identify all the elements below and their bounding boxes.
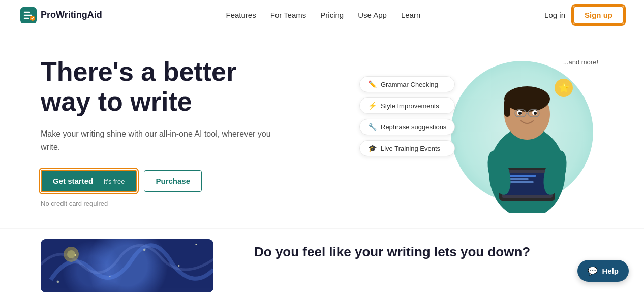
grammar-icon: ✏️ — [368, 80, 377, 88]
hero-left: There's a better way to write Make your … — [41, 57, 285, 208]
signup-button[interactable]: Sign up — [573, 6, 624, 24]
training-icon: 🎓 — [368, 144, 377, 152]
pill-grammar: ✏️ Grammar Checking — [359, 76, 455, 92]
hero-title: There's a better way to write — [41, 57, 285, 118]
get-started-button[interactable]: Get started — it's free — [41, 170, 137, 192]
svg-point-23 — [67, 250, 75, 258]
nav-pricing[interactable]: Pricing — [320, 11, 344, 19]
training-label: Live Training Events — [381, 145, 440, 152]
logo-icon — [20, 7, 37, 23]
lower-image-bg — [41, 239, 213, 292]
logo-text: ProWritingAid — [41, 10, 102, 20]
hero-illustration: ...and more! ⭐ ✏️ Grammar Checking ⚡ Sty… — [359, 51, 603, 213]
hero-section: There's a better way to write Make your … — [0, 30, 644, 228]
style-icon: ⚡ — [368, 102, 377, 110]
login-button[interactable]: Log in — [544, 11, 565, 19]
nav-actions: Log in Sign up — [544, 6, 624, 24]
get-started-suffix: — it's free — [95, 178, 125, 185]
svg-point-5 — [504, 86, 550, 112]
feature-pills: ✏️ Grammar Checking ⚡ Style Improvements… — [359, 76, 455, 156]
rephrase-label: Rephrase suggestions — [381, 123, 446, 131]
pill-style: ⚡ Style Improvements — [359, 97, 455, 114]
help-label: Help — [602, 267, 619, 275]
nav-links: Features For Teams Pricing Use App Learn — [226, 11, 421, 19]
navbar: ProWritingAid Features For Teams Pricing… — [0, 0, 644, 30]
svg-rect-17 — [506, 175, 536, 177]
chat-icon: 💬 — [588, 266, 598, 276]
nav-features[interactable]: Features — [226, 11, 256, 19]
hero-buttons: Get started — it's free Purchase — [41, 170, 285, 192]
lower-image — [41, 239, 213, 292]
svg-point-10 — [534, 112, 537, 115]
grammar-label: Grammar Checking — [381, 81, 438, 88]
style-label: Style Improvements — [381, 102, 439, 110]
lower-section: Do you feel like your writing lets you d… — [0, 228, 644, 297]
no-credit-text: No credit card required — [41, 200, 285, 207]
nav-use-app[interactable]: Use App — [358, 11, 387, 19]
logo[interactable]: ProWritingAid — [20, 7, 102, 23]
person-illustration — [461, 56, 593, 213]
help-button[interactable]: 💬 Help — [577, 260, 629, 282]
pill-training: 🎓 Live Training Events — [359, 140, 455, 156]
svg-point-9 — [518, 112, 522, 115]
lower-title: Do you feel like your writing lets you d… — [254, 244, 530, 260]
pill-rephrase: 🔧 Rephrase suggestions — [359, 119, 455, 135]
rephrase-icon: 🔧 — [368, 123, 377, 131]
hero-subtitle: Make your writing shine with our all-in-… — [41, 127, 285, 153]
lower-right: Do you feel like your writing lets you d… — [254, 239, 530, 260]
nav-learn[interactable]: Learn — [401, 11, 420, 19]
starry-night-svg — [41, 239, 213, 292]
svg-rect-6 — [504, 99, 510, 117]
purchase-button[interactable]: Purchase — [144, 170, 202, 192]
get-started-label: Get started — [53, 177, 93, 185]
nav-for-teams[interactable]: For Teams — [270, 11, 306, 19]
star-badge: ⭐ — [555, 79, 573, 97]
